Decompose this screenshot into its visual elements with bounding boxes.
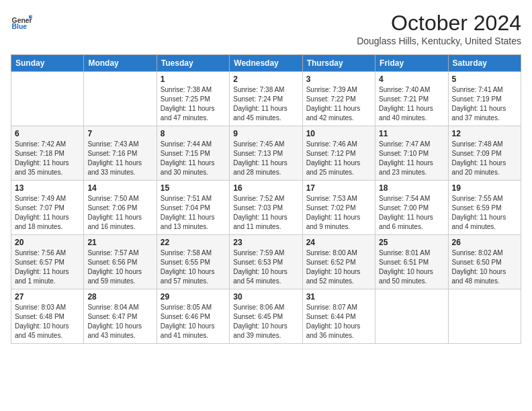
day-info: Sunrise: 7:40 AM Sunset: 7:21 PM Dayligh… [379, 85, 444, 123]
calendar-week-row: 13Sunrise: 7:49 AM Sunset: 7:07 PM Dayli… [11, 181, 521, 235]
day-info: Sunrise: 7:50 AM Sunset: 7:06 PM Dayligh… [87, 194, 152, 232]
column-header-thursday: Thursday [302, 55, 375, 72]
calendar-cell: 17Sunrise: 7:53 AM Sunset: 7:02 PM Dayli… [302, 181, 375, 235]
day-number: 10 [306, 129, 371, 138]
column-header-monday: Monday [84, 55, 157, 72]
calendar-cell: 13Sunrise: 7:49 AM Sunset: 7:07 PM Dayli… [11, 181, 84, 235]
day-info: Sunrise: 7:52 AM Sunset: 7:03 PM Dayligh… [233, 194, 298, 232]
day-info: Sunrise: 7:51 AM Sunset: 7:04 PM Dayligh… [161, 194, 226, 232]
day-info: Sunrise: 8:03 AM Sunset: 6:48 PM Dayligh… [15, 303, 80, 340]
day-info: Sunrise: 8:06 AM Sunset: 6:45 PM Dayligh… [233, 303, 298, 340]
day-info: Sunrise: 7:43 AM Sunset: 7:16 PM Dayligh… [87, 140, 152, 177]
day-number: 31 [306, 292, 371, 302]
day-info: Sunrise: 7:59 AM Sunset: 6:53 PM Dayligh… [233, 248, 298, 286]
day-number: 21 [87, 238, 152, 247]
calendar-cell: 15Sunrise: 7:51 AM Sunset: 7:04 PM Dayli… [157, 181, 229, 235]
day-number: 23 [233, 238, 298, 247]
day-info: Sunrise: 8:07 AM Sunset: 6:44 PM Dayligh… [306, 303, 371, 340]
column-header-friday: Friday [375, 55, 448, 72]
day-number: 1 [161, 75, 226, 84]
day-info: Sunrise: 7:42 AM Sunset: 7:18 PM Dayligh… [15, 140, 80, 177]
day-number: 9 [233, 129, 298, 138]
calendar-cell: 28Sunrise: 8:04 AM Sunset: 6:47 PM Dayli… [84, 289, 157, 344]
calendar-table: SundayMondayTuesdayWednesdayThursdayFrid… [11, 54, 521, 344]
calendar-cell: 29Sunrise: 8:05 AM Sunset: 6:46 PM Dayli… [157, 289, 229, 344]
day-number: 27 [15, 292, 80, 302]
day-info: Sunrise: 7:58 AM Sunset: 6:55 PM Dayligh… [161, 248, 226, 286]
day-info: Sunrise: 7:38 AM Sunset: 7:24 PM Dayligh… [233, 85, 298, 123]
day-number: 16 [233, 183, 298, 193]
calendar-cell: 4Sunrise: 7:40 AM Sunset: 7:21 PM Daylig… [375, 72, 448, 126]
calendar-cell: 30Sunrise: 8:06 AM Sunset: 6:45 PM Dayli… [230, 289, 302, 344]
page-header: General Blue October 2024 Douglass Hills… [11, 11, 521, 46]
calendar-cell: 31Sunrise: 8:07 AM Sunset: 6:44 PM Dayli… [302, 289, 375, 344]
day-number: 7 [87, 129, 152, 138]
calendar-cell: 24Sunrise: 8:00 AM Sunset: 6:52 PM Dayli… [302, 235, 375, 289]
calendar-cell: 10Sunrise: 7:46 AM Sunset: 7:12 PM Dayli… [302, 126, 375, 181]
day-number: 5 [452, 75, 517, 84]
day-info: Sunrise: 7:48 AM Sunset: 7:09 PM Dayligh… [452, 140, 517, 177]
day-number: 29 [161, 292, 226, 302]
calendar-cell: 14Sunrise: 7:50 AM Sunset: 7:06 PM Dayli… [84, 181, 157, 235]
calendar-cell [375, 289, 448, 344]
calendar-cell: 5Sunrise: 7:41 AM Sunset: 7:19 PM Daylig… [448, 72, 521, 126]
calendar-cell: 21Sunrise: 7:57 AM Sunset: 6:56 PM Dayli… [84, 235, 157, 289]
day-info: Sunrise: 7:55 AM Sunset: 6:59 PM Dayligh… [452, 194, 517, 232]
calendar-week-row: 6Sunrise: 7:42 AM Sunset: 7:18 PM Daylig… [11, 126, 521, 181]
day-info: Sunrise: 7:41 AM Sunset: 7:19 PM Dayligh… [452, 85, 517, 123]
day-info: Sunrise: 8:00 AM Sunset: 6:52 PM Dayligh… [306, 248, 371, 286]
title-block: October 2024 Douglass Hills, Kentucky, U… [357, 11, 521, 46]
calendar-cell: 26Sunrise: 8:02 AM Sunset: 6:50 PM Dayli… [448, 235, 521, 289]
day-info: Sunrise: 7:56 AM Sunset: 6:57 PM Dayligh… [15, 248, 80, 286]
day-number: 28 [87, 292, 152, 302]
calendar-cell: 27Sunrise: 8:03 AM Sunset: 6:48 PM Dayli… [11, 289, 84, 344]
calendar-week-row: 20Sunrise: 7:56 AM Sunset: 6:57 PM Dayli… [11, 235, 521, 289]
calendar-header-row: SundayMondayTuesdayWednesdayThursdayFrid… [11, 55, 521, 72]
day-info: Sunrise: 8:05 AM Sunset: 6:46 PM Dayligh… [161, 303, 226, 340]
calendar-cell: 23Sunrise: 7:59 AM Sunset: 6:53 PM Dayli… [230, 235, 302, 289]
day-number: 18 [379, 183, 444, 193]
day-number: 13 [15, 183, 80, 193]
location: Douglass Hills, Kentucky, United States [357, 36, 521, 46]
column-header-tuesday: Tuesday [157, 55, 229, 72]
day-number: 19 [452, 183, 517, 193]
day-number: 24 [306, 238, 371, 247]
day-number: 22 [161, 238, 226, 247]
calendar-cell: 12Sunrise: 7:48 AM Sunset: 7:09 PM Dayli… [448, 126, 521, 181]
day-info: Sunrise: 8:04 AM Sunset: 6:47 PM Dayligh… [87, 303, 152, 340]
day-info: Sunrise: 7:49 AM Sunset: 7:07 PM Dayligh… [15, 194, 80, 232]
day-number: 11 [379, 129, 444, 138]
logo: General Blue [11, 11, 32, 32]
day-info: Sunrise: 7:46 AM Sunset: 7:12 PM Dayligh… [306, 140, 371, 177]
calendar-cell: 19Sunrise: 7:55 AM Sunset: 6:59 PM Dayli… [448, 181, 521, 235]
calendar-cell [448, 289, 521, 344]
day-number: 20 [15, 238, 80, 247]
day-number: 25 [379, 238, 444, 247]
day-number: 26 [452, 238, 517, 247]
calendar-cell: 1Sunrise: 7:38 AM Sunset: 7:25 PM Daylig… [157, 72, 229, 126]
calendar-cell: 11Sunrise: 7:47 AM Sunset: 7:10 PM Dayli… [375, 126, 448, 181]
day-info: Sunrise: 8:01 AM Sunset: 6:51 PM Dayligh… [379, 248, 444, 286]
logo-icon: General Blue [11, 11, 32, 32]
day-number: 8 [161, 129, 226, 138]
calendar-cell: 3Sunrise: 7:39 AM Sunset: 7:22 PM Daylig… [302, 72, 375, 126]
calendar-cell: 20Sunrise: 7:56 AM Sunset: 6:57 PM Dayli… [11, 235, 84, 289]
day-number: 2 [233, 75, 298, 84]
calendar-cell: 22Sunrise: 7:58 AM Sunset: 6:55 PM Dayli… [157, 235, 229, 289]
calendar-cell: 8Sunrise: 7:44 AM Sunset: 7:15 PM Daylig… [157, 126, 229, 181]
day-info: Sunrise: 7:47 AM Sunset: 7:10 PM Dayligh… [379, 140, 444, 177]
day-number: 15 [161, 183, 226, 193]
day-number: 3 [306, 75, 371, 84]
calendar-week-row: 1Sunrise: 7:38 AM Sunset: 7:25 PM Daylig… [11, 72, 521, 126]
column-header-saturday: Saturday [448, 55, 521, 72]
day-info: Sunrise: 7:53 AM Sunset: 7:02 PM Dayligh… [306, 194, 371, 232]
calendar-cell: 6Sunrise: 7:42 AM Sunset: 7:18 PM Daylig… [11, 126, 84, 181]
calendar-cell: 16Sunrise: 7:52 AM Sunset: 7:03 PM Dayli… [230, 181, 302, 235]
day-info: Sunrise: 7:44 AM Sunset: 7:15 PM Dayligh… [161, 140, 226, 177]
calendar-cell: 18Sunrise: 7:54 AM Sunset: 7:00 PM Dayli… [375, 181, 448, 235]
calendar-cell [84, 72, 157, 126]
day-info: Sunrise: 7:39 AM Sunset: 7:22 PM Dayligh… [306, 85, 371, 123]
day-info: Sunrise: 7:54 AM Sunset: 7:00 PM Dayligh… [379, 194, 444, 232]
month-title: October 2024 [357, 11, 521, 36]
day-number: 4 [379, 75, 444, 84]
